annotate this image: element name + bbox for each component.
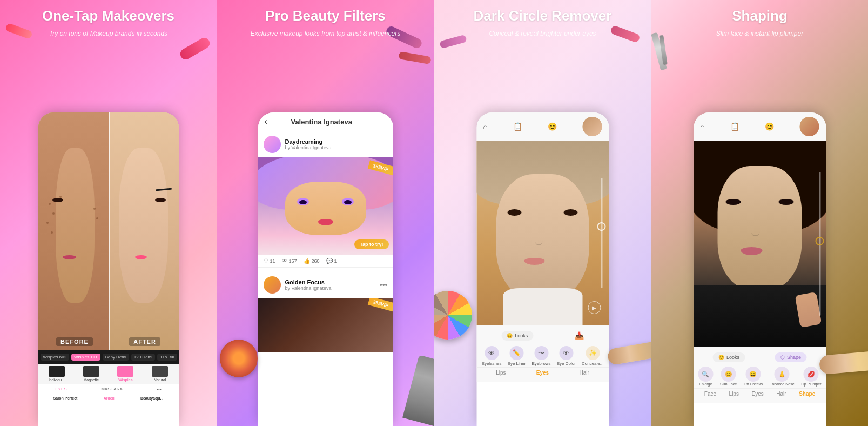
tab-eyes[interactable]: EYES bbox=[55, 387, 66, 391]
panel-2-title: Pro Beauty Filters bbox=[217, 8, 434, 24]
brand-item[interactable]: Baby Demi bbox=[103, 354, 129, 361]
post-avatar-2 bbox=[264, 276, 281, 294]
eyeliner-icon: ✏️ bbox=[509, 346, 523, 360]
looks-icon-4: 😊 bbox=[718, 355, 724, 360]
effect-eyeliner[interactable]: ✏️ Eye Liner bbox=[508, 346, 526, 366]
save-icon-3[interactable]: 📋 bbox=[513, 122, 522, 131]
effect-enhance-nose[interactable]: 👃 Enhance Nose bbox=[770, 367, 795, 386]
phone-topbar-4: ⌂ 📋 😊 bbox=[694, 112, 826, 141]
panel-pro-beauty-filters: Pro Beauty Filters Exclusive makeup look… bbox=[217, 0, 434, 426]
save-icon-4[interactable]: 📋 bbox=[730, 122, 739, 131]
lash-item-selected[interactable]: Wispies bbox=[109, 366, 142, 382]
looks-row-3: 😊 Looks 📥 bbox=[476, 329, 609, 343]
slider-handle-3[interactable] bbox=[597, 222, 606, 231]
lash-icon-selected bbox=[117, 366, 133, 377]
deco-makeup-bottom bbox=[220, 340, 263, 383]
cat-face-4[interactable]: Face bbox=[704, 391, 716, 397]
panel-shaping: Shaping Slim face & instant lip plumper … bbox=[651, 0, 868, 426]
lash-item[interactable]: Magnetic bbox=[75, 366, 107, 382]
lash-icon bbox=[83, 366, 99, 377]
panel-2-subtitle: Exclusive makeup looks from top artist &… bbox=[217, 29, 434, 38]
looks-icon-3: 😊 bbox=[507, 333, 513, 338]
woman-face-4 bbox=[694, 141, 826, 347]
enhance-nose-label: Enhance Nose bbox=[770, 382, 795, 386]
eye-left-4 bbox=[726, 199, 741, 205]
post-info-1: Daydreaming by Valentina Ignateva bbox=[285, 138, 388, 150]
lash-item[interactable]: Individu... bbox=[41, 366, 73, 382]
shaping-photo-area bbox=[694, 141, 826, 347]
brand-salon-perfect: Salon Perfect bbox=[53, 396, 78, 400]
post-image-2[interactable]: 365VIP bbox=[258, 298, 393, 352]
effect-slim-face[interactable]: 😊 Slim Face bbox=[720, 367, 737, 386]
heart-icon: ♡ bbox=[264, 258, 268, 264]
preview-thumbnail-3[interactable] bbox=[583, 117, 602, 136]
panel-4-subtitle: Slim face & instant lip plumper bbox=[651, 29, 868, 38]
looks-row-4: 😊 Looks ⬡ Shape bbox=[694, 350, 826, 364]
cat-hair-3[interactable]: Hair bbox=[580, 370, 589, 376]
tab-more[interactable]: ••• bbox=[157, 387, 161, 391]
effect-lip-plumper[interactable]: 💋 Lip Plumper bbox=[801, 367, 821, 386]
nose-4 bbox=[751, 228, 760, 236]
effect-eyelashes[interactable]: 👁 Eyelashes bbox=[482, 346, 502, 366]
makeup-brands-bar[interactable]: Wispies 602 Wispies 111 Baby Demi 120 De… bbox=[38, 350, 179, 364]
profile-name: Valentina Ignateva bbox=[272, 118, 372, 126]
tab-mascara[interactable]: MASCARA bbox=[101, 387, 123, 391]
cat-lips-4[interactable]: Lips bbox=[729, 391, 739, 397]
eyebrows-label: Eyebrows bbox=[531, 361, 550, 366]
lash-label-selected: Wispies bbox=[118, 378, 132, 382]
panel-4-title: Shaping bbox=[651, 8, 868, 24]
lift-cheeks-label: Lift Cheeks bbox=[744, 382, 763, 386]
looks-button-4[interactable]: 😊 Looks bbox=[713, 352, 745, 362]
more-options-icon[interactable]: ••• bbox=[380, 281, 388, 289]
woman-face-3 bbox=[476, 141, 609, 325]
shape-button-4[interactable]: ⬡ Shape bbox=[775, 352, 806, 362]
face-icon-3[interactable]: 😊 bbox=[548, 122, 557, 131]
brand-beautysquad: BeautySqu... bbox=[140, 396, 163, 400]
before-after-labels: BEFORE AFTER bbox=[38, 337, 179, 346]
home-icon-4[interactable]: ⌂ bbox=[700, 122, 704, 131]
cat-lips-3[interactable]: Lips bbox=[496, 370, 506, 376]
tap-to-try-button[interactable]: Tap to try! bbox=[354, 239, 388, 249]
cat-shape-4[interactable]: Shape bbox=[799, 391, 815, 397]
cat-eyes-3[interactable]: Eyes bbox=[536, 370, 549, 376]
effect-eyecolor[interactable]: 👁 Eye Color bbox=[557, 346, 576, 366]
lash-icon bbox=[152, 366, 168, 377]
lip-plumper-icon: 💋 bbox=[804, 367, 819, 382]
cat-hair-4[interactable]: Hair bbox=[776, 391, 786, 397]
enlarge-icon: 🔍 bbox=[698, 367, 713, 382]
eyelashes-icon: 👁 bbox=[485, 346, 499, 360]
effect-eyebrows[interactable]: 〜 Eyebrows bbox=[531, 346, 550, 366]
face-oval-3 bbox=[496, 174, 589, 299]
post-image-1[interactable]: 365VIP Tap to try! bbox=[258, 157, 393, 255]
effect-enlarge[interactable]: 🔍 Enlarge bbox=[698, 367, 713, 386]
looks-button-3[interactable]: 😊 Looks bbox=[501, 331, 533, 341]
face-oval-4 bbox=[717, 166, 802, 289]
play-button-3[interactable]: ▶ bbox=[588, 301, 601, 314]
post-author-1: by Valentina Ignateva bbox=[285, 145, 388, 150]
effect-concealer[interactable]: ✨ Conceale... bbox=[582, 346, 603, 366]
brand-item[interactable]: Wispies 602 bbox=[41, 354, 70, 361]
nose-3 bbox=[535, 237, 543, 245]
back-button[interactable]: ‹ bbox=[265, 117, 267, 127]
home-icon-3[interactable]: ⌂ bbox=[483, 122, 487, 131]
preview-thumbnail-4[interactable] bbox=[800, 117, 819, 136]
shaping-slider[interactable] bbox=[819, 172, 820, 316]
comments-count: 1 bbox=[334, 258, 337, 264]
brand-item-selected[interactable]: Wispies 111 bbox=[71, 354, 100, 361]
main-photo-area-3: ▶ bbox=[476, 141, 609, 325]
save-looks-icon[interactable]: 📥 bbox=[575, 331, 584, 340]
looks-label-4: Looks bbox=[726, 355, 739, 360]
effect-lift-cheeks[interactable]: 😄 Lift Cheeks bbox=[744, 367, 763, 386]
phone-mockup-4: ⌂ 📋 😊 bbox=[694, 112, 826, 426]
lash-item[interactable]: Natural bbox=[144, 366, 177, 382]
panel-dark-circle-remover: Dark Circle Remover Conceal & reveal bri… bbox=[434, 0, 651, 426]
face-icon-4[interactable]: 😊 bbox=[765, 122, 774, 131]
shaping-slider-handle[interactable] bbox=[816, 237, 824, 245]
vertical-slider-3[interactable] bbox=[601, 178, 602, 288]
bottom-toolbar-4: 😊 Looks ⬡ Shape 🔍 Enlarge 😊 Slim Face bbox=[694, 347, 826, 403]
cat-eyes-4[interactable]: Eyes bbox=[752, 391, 764, 397]
brand-item[interactable]: 115 Blk bbox=[157, 354, 177, 361]
post-avatar-1 bbox=[264, 136, 281, 153]
brand-item[interactable]: 120 Demi bbox=[131, 354, 155, 361]
shaping-category-row: Face Lips Eyes Hair Shape bbox=[694, 388, 826, 400]
